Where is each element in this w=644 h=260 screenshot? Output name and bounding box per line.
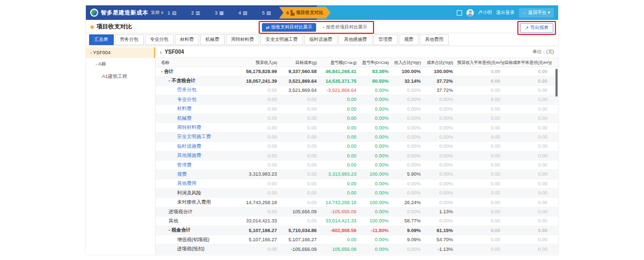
- cell-c: 0.00: [321, 181, 361, 186]
- row-name[interactable]: 周转材料费: [156, 124, 241, 131]
- column-header: 目标成本平米造价(元/m²)(h): [504, 60, 552, 66]
- nav-step-3[interactable]: 3▦: [208, 10, 232, 16]
- nav-step-5[interactable]: 5▨: [255, 10, 279, 16]
- row-name: 利润及风险: [156, 190, 241, 197]
- table-row[interactable]: 管理费0.000.000.000.00%0.00%0.00%0.000.00: [156, 161, 558, 170]
- tree-item-A标[interactable]: - A标: [86, 58, 155, 70]
- panel-header: ‹ YSF004 单位：(元): [156, 46, 558, 57]
- toggle-icon: ⇄: [266, 25, 269, 30]
- vertical-scrollbar[interactable]: [555, 69, 558, 97]
- cell-t: 0.00%: [425, 125, 457, 131]
- tab-管理费[interactable]: 管理费: [374, 34, 398, 45]
- row-name[interactable]: 专业分包: [156, 96, 241, 103]
- cell-g: 0.00: [281, 218, 321, 223]
- tab-其他措施费[interactable]: 其他措施费: [339, 34, 372, 45]
- cell-g: 3,521,869.64: [281, 78, 321, 84]
- table-row[interactable]: - 不含税合计18,057,241.393,521,869.6414,535,3…: [156, 76, 558, 85]
- nav-step-2[interactable]: 2▥: [185, 10, 208, 16]
- table-row[interactable]: 利润及风险0.000.000.000.00%0.00%0.00%0.000.00: [156, 189, 558, 198]
- column-header: 预算收入(a): [241, 60, 281, 66]
- content: - YSF004- A标A1建筑工程 ‹ YSF004 单位：(元) 名称预算收…: [86, 46, 558, 254]
- avatar[interactable]: [466, 9, 474, 17]
- cell-t: 100.00%: [425, 69, 457, 74]
- row-name[interactable]: 安全文明施工费: [156, 133, 241, 140]
- column-header: 盈亏率(D=C/a): [361, 60, 393, 66]
- cell-r: 0.00%: [393, 153, 425, 158]
- cell-b: 0.00: [457, 200, 504, 205]
- nav-step-1[interactable]: 1▤: [161, 10, 185, 16]
- tab-安全文明施工费[interactable]: 安全文明施工费: [260, 34, 303, 45]
- cell-t: 0.00%: [425, 153, 457, 158]
- table-row[interactable]: 未对接收入费用14,743,258.180.0014,743,258.18100…: [156, 198, 558, 207]
- table-row[interactable]: 其他费用0.000.000.000.00%0.00%0.00%0.000.00: [156, 179, 558, 189]
- table-row[interactable]: 其他措施费0.000.000.000.00%0.00%0.00%0.000.00: [156, 151, 558, 161]
- view-toggle-button-1[interactable]: ⇄按收支科目对比展示: [262, 23, 316, 32]
- row-name[interactable]: 其他措施费: [156, 152, 241, 159]
- table-row[interactable]: - 税金合计5,107,166.275,710,034.86-602,868.5…: [156, 226, 558, 235]
- cell-t: 1.13%: [425, 209, 457, 214]
- view-toggle-button-2[interactable]: ◔按造价项目对比展示: [318, 23, 371, 32]
- tab-规费[interactable]: 规费: [399, 34, 419, 45]
- cell-b: 0.00: [457, 190, 504, 196]
- row-name[interactable]: 规费: [156, 171, 241, 178]
- table-row[interactable]: 进项税(抵扣)0.00-105,656.09105,656.090.00%0.0…: [156, 244, 558, 254]
- table-row[interactable]: 机械费0.000.000.000.00%0.00%0.00%0.000.00: [156, 114, 558, 123]
- logout-link[interactable]: 退出登录: [496, 10, 515, 16]
- table-row[interactable]: 进项税合计0.00105,656.09-105,656.090.00%0.00%…: [156, 207, 558, 216]
- table-row[interactable]: 安全文明施工费0.000.000.000.00%0.00%0.00%0.000.…: [156, 133, 558, 142]
- tab-专业分包[interactable]: 专业分包: [145, 34, 174, 45]
- tab-材料费[interactable]: 材料费: [175, 34, 200, 45]
- cell-g: 0.00: [281, 181, 321, 186]
- cell-d: 0.00%: [361, 143, 393, 149]
- brand[interactable]: 智多星建造新成本 算师 ∨: [86, 9, 164, 17]
- table-row[interactable]: 专业分包0.000.000.000.00%0.00%0.00%0.000.00: [156, 95, 558, 104]
- tab-临时设施费[interactable]: 临时设施费: [304, 34, 338, 45]
- table-row[interactable]: 规费3,313,983.230.003,313,983.23100.00%5.9…: [156, 170, 558, 179]
- tree-item-YSF004[interactable]: - YSF004: [86, 47, 155, 58]
- navbar-right: 卢小明 退出登录 ← 返回平台 ▾: [457, 8, 558, 18]
- row-name[interactable]: 管理费: [156, 162, 241, 169]
- collapse-panel-icon[interactable]: ‹: [160, 49, 162, 55]
- toggle-label: 按造价项目对比展示: [326, 24, 368, 31]
- fullscreen-icon[interactable]: [457, 10, 462, 16]
- tab-其他费用[interactable]: 其他费用: [420, 34, 449, 45]
- table-header: 名称预算收入(a)目标成本(g)盈亏额(C=a-g)盈亏率(D=C/a)收入占比…: [156, 57, 558, 67]
- user-name[interactable]: 卢小明: [478, 10, 492, 16]
- cell-a: 0.00: [241, 134, 281, 140]
- cell-g: 0.00: [281, 97, 321, 102]
- tree-item-A1建筑工程[interactable]: A1建筑工程: [86, 70, 155, 83]
- cell-r: 0.00%: [393, 134, 425, 140]
- table-row[interactable]: 周转材料费0.000.000.000.00%0.00%0.00%0.000.00: [156, 123, 558, 132]
- nav-step-4[interactable]: 4▧: [232, 10, 255, 16]
- row-name[interactable]: 临时设施费: [156, 143, 241, 150]
- row-name: 其他: [156, 218, 241, 225]
- export-report-button[interactable]: ↗ 导出报表: [520, 23, 553, 33]
- row-name[interactable]: 其他费用: [156, 180, 241, 187]
- table-row[interactable]: 材料费0.000.000.000.00%0.00%0.00%0.000.00: [156, 105, 558, 114]
- tab-周转材料费[interactable]: 周转材料费: [226, 34, 260, 45]
- row-name[interactable]: 材料费: [156, 105, 241, 112]
- tab-劳务分包[interactable]: 劳务分包: [115, 34, 144, 45]
- cell-b: 0.00: [457, 88, 504, 93]
- top-navbar: 智多星建造新成本 算师 ∨ 1▤2▥3▦4▧5▨6▙项目收支对比 卢小明 退出登…: [86, 5, 558, 20]
- back-to-platform-button[interactable]: ← 返回平台 ▾: [519, 8, 554, 18]
- tab-机械费[interactable]: 机械费: [200, 34, 225, 45]
- table-row[interactable]: - 合计56,178,828.999,337,560.5846,841,268.…: [156, 67, 558, 76]
- table-row[interactable]: 劳务分包0.003,521,869.64-3,521,869.640.00%0.…: [156, 86, 558, 95]
- table-row[interactable]: 其他33,014,421.330.0033,014,421.33100.00%5…: [156, 216, 558, 226]
- cell-c: 33,014,421.33: [321, 218, 361, 223]
- grid-icon: ▦: [219, 10, 224, 16]
- nav-step-6[interactable]: 6▙项目收支对比: [279, 7, 331, 19]
- table-row[interactable]: 临时设施费0.000.000.000.00%0.00%0.00%0.000.00: [156, 142, 558, 151]
- tab-汇总表[interactable]: 汇总表: [89, 34, 114, 45]
- table-row[interactable]: 增值税(销项税)5,107,166.275,107,166.270.000.00…: [156, 235, 558, 244]
- cell-b: 0.00: [457, 218, 504, 223]
- cell-h: 0.00: [504, 209, 552, 214]
- row-name[interactable]: 劳务分包: [156, 86, 241, 93]
- cell-b: 0.00: [457, 209, 504, 214]
- toggle-label: 按收支科目对比展示: [271, 24, 312, 31]
- cell-g: 0.00: [281, 125, 321, 131]
- cell-t: 61.15%: [425, 228, 457, 233]
- cell-c: -602,868.59: [321, 228, 361, 233]
- row-name[interactable]: 机械费: [156, 115, 241, 122]
